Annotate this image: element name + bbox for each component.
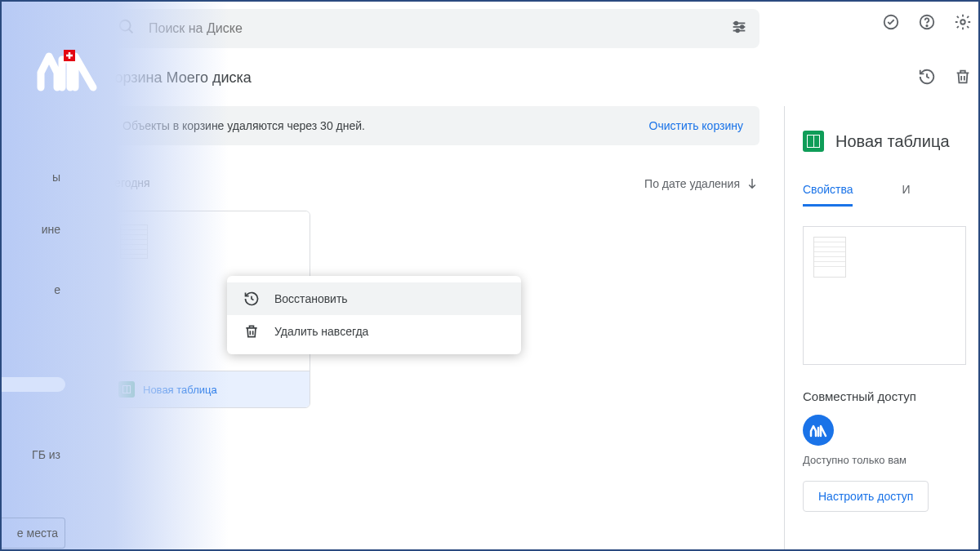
menu-restore[interactable]: Восстановить [227,282,521,315]
restore-icon[interactable] [918,68,936,89]
menu-delete-forever[interactable]: Удалить навсегда [227,315,521,348]
sidebar-item-fragment[interactable]: е [0,276,65,304]
banner-text: Объекты в корзине удаляются через 30 дне… [122,119,365,132]
svg-point-8 [736,29,739,33]
empty-trash-button[interactable]: Очистить корзину [649,119,744,132]
search-box[interactable] [106,9,760,48]
buy-storage-button[interactable]: е места [0,518,65,549]
sheets-icon [118,381,135,398]
storage-text: ГБ из [0,441,65,469]
section-today: Сегодня [106,176,150,191]
context-menu: Восстановить Удалить навсегда [227,276,521,354]
tab-activity[interactable]: И [902,183,910,207]
svg-point-6 [735,22,738,25]
details-panel: Новая таблица Свойства И Совместный дост… [784,106,980,551]
configure-access-button[interactable]: Настроить доступ [803,481,929,512]
offline-ready-icon[interactable] [882,13,900,34]
search-input[interactable] [149,21,730,36]
svg-point-7 [741,25,744,29]
svg-point-12 [960,20,965,24]
sort-dropdown[interactable]: По дате удаления [644,176,760,191]
share-heading: Совместный доступ [803,389,980,403]
site-logo [34,45,100,97]
svg-line-2 [129,29,133,33]
trash-info-banner: Объекты в корзине удаляются через 30 дне… [106,106,760,145]
tab-properties[interactable]: Свойства [803,183,853,207]
sidebar-item-fragment[interactable]: ы [0,163,65,191]
svg-point-1 [120,20,131,31]
share-subtext: Доступно только вам [803,454,980,466]
search-icon [118,18,136,39]
file-name: Новая таблица [143,384,217,396]
tune-icon[interactable] [730,18,748,39]
help-icon[interactable] [918,13,936,34]
svg-point-11 [926,25,927,26]
trash-icon[interactable] [954,68,972,89]
details-preview [803,226,966,365]
sidebar-item-fragment[interactable]: ине [0,216,65,243]
details-title: Новая таблица [835,132,950,151]
sidebar-item-active[interactable] [0,377,65,392]
page-title: Корзина Моего диска [106,69,252,87]
sheets-icon [803,131,824,152]
owner-avatar [803,415,834,446]
settings-icon[interactable] [954,13,972,34]
